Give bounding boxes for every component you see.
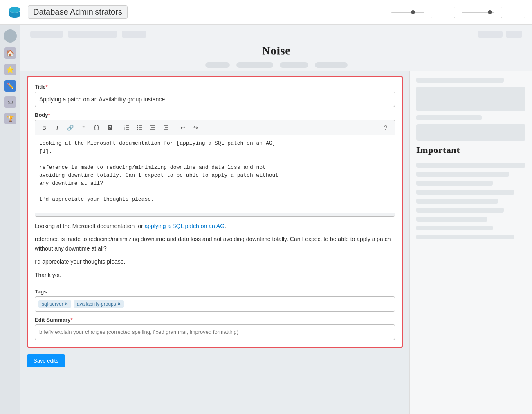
question-edit-form: Title* Body* B I 🔗	[27, 76, 403, 348]
sidebar-icon-home[interactable]: 🏠	[4, 47, 16, 59]
nav-blur-2	[68, 31, 117, 38]
rs-blur-8	[416, 190, 514, 195]
body-editor: B I 🔗 " {} 🖼 123	[35, 120, 395, 217]
body-label: Body*	[35, 112, 395, 118]
editor-toolbar: B I 🔗 " {} 🖼 123	[35, 120, 395, 135]
resize-dots: · · · · ·	[206, 213, 224, 217]
toolbar-help[interactable]: ?	[380, 122, 391, 133]
title-required-marker: *	[46, 84, 48, 90]
rs-blur-3	[416, 115, 482, 120]
sidebar-icon-edit[interactable]: ✏️	[4, 80, 16, 92]
site-title: Database Administrators	[28, 5, 128, 19]
rs-blur-11	[416, 217, 487, 222]
sidebar-icon-tag[interactable]: 🏷	[4, 96, 16, 108]
edit-summary-required-marker: *	[70, 317, 72, 323]
title-label: Title*	[35, 84, 395, 90]
toolbar-divider-1	[118, 123, 118, 132]
title-field-group: Title*	[35, 84, 395, 107]
preview-paragraph-3: I'd appreciate your thoughts please.	[35, 257, 395, 266]
toolbar-bold[interactable]: B	[38, 122, 50, 133]
nav-blur-right-2	[506, 31, 522, 38]
toolbar-divider-2	[174, 123, 174, 132]
toolbar-indent-right[interactable]	[160, 122, 171, 133]
tag-remove-sql-server[interactable]: ×	[65, 302, 68, 307]
sidebar-icon-trophy[interactable]: 🏆	[4, 113, 16, 124]
top-area: Noise	[20, 25, 532, 71]
top-meta	[205, 62, 348, 68]
slider-area	[391, 7, 525, 18]
rs-blur-6	[416, 172, 509, 177]
left-sidebar: 🏠 ⭐ ✏️ 🏷 🏆	[0, 25, 20, 414]
toolbar-ul[interactable]	[134, 122, 145, 133]
nav-blur-1	[30, 31, 63, 38]
toolbar-redo[interactable]: ↪	[190, 122, 201, 133]
tag-text-sql-server: sql-server	[42, 301, 63, 307]
toolbar-link[interactable]: 🔗	[65, 122, 76, 133]
rs-blur-9	[416, 199, 498, 204]
preview-paragraph-2: reference is made to reducing/minimizing…	[35, 235, 395, 253]
svg-text:3: 3	[124, 128, 125, 130]
svg-point-13	[137, 129, 138, 130]
tag-availability-groups: availability-groups ×	[74, 300, 124, 308]
right-sidebar-important-title: Important	[416, 145, 525, 155]
toolbar-italic[interactable]: I	[52, 122, 63, 133]
body-preview: Looking at the Microsoft documentation f…	[35, 222, 395, 284]
rs-blur-13	[416, 235, 514, 239]
meta-blur-4	[315, 62, 348, 68]
tags-field-group: Tags sql-server × availability-groups ×	[35, 289, 395, 312]
meta-blur-1	[205, 62, 230, 68]
header-controls	[391, 7, 525, 18]
rs-blur-2	[416, 87, 525, 111]
page-noise-title: Noise	[262, 44, 290, 57]
slider-track-1[interactable]	[391, 12, 424, 13]
main-layout: 🏠 ⭐ ✏️ 🏷 🏆 Noise	[0, 25, 532, 414]
slider-thumb-2[interactable]	[488, 10, 492, 14]
header: Database Administrators	[0, 0, 532, 25]
editor-resize-handle[interactable]: · · · · ·	[35, 213, 395, 216]
editor-textarea[interactable]: Looking at the Microsoft documentation f…	[35, 135, 395, 213]
right-sidebar-content: Important	[416, 78, 525, 239]
site-logo	[7, 4, 23, 20]
submit-area: Save edits	[27, 354, 403, 367]
preview-paragraph-4: Thank you	[35, 271, 395, 280]
top-nav	[20, 31, 532, 38]
toolbar-code[interactable]: {}	[91, 122, 102, 133]
rs-blur-1	[416, 78, 504, 83]
user-avatar	[4, 29, 17, 43]
rs-blur-5	[416, 163, 525, 168]
tags-container[interactable]: sql-server × availability-groups ×	[35, 296, 395, 312]
main-column: Title* Body* B I 🔗	[20, 71, 409, 414]
meta-blur-2	[236, 62, 273, 68]
tag-sql-server: sql-server ×	[38, 300, 71, 308]
tag-remove-availability-groups[interactable]: ×	[118, 302, 121, 307]
preview-paragraph-1: Looking at the Microsoft documentation f…	[35, 222, 395, 230]
slider-input-2[interactable]	[501, 7, 525, 18]
toolbar-image[interactable]: 🖼	[104, 122, 115, 133]
save-edits-button[interactable]: Save edits	[27, 354, 65, 367]
slider-track-2[interactable]	[462, 12, 494, 13]
nav-blur-right-1	[478, 31, 503, 38]
svg-point-11	[137, 125, 138, 126]
svg-point-12	[137, 127, 138, 128]
content-area: Noise Title*	[20, 25, 532, 414]
body-field-group: Body* B I 🔗 " {} 🖼	[35, 112, 395, 217]
body-required-marker: *	[48, 112, 50, 118]
edit-summary-input[interactable]	[35, 324, 395, 340]
toolbar-blockquote[interactable]: "	[78, 122, 89, 133]
preview-link[interactable]: applying a SQL patch on an AG	[144, 223, 224, 229]
toolbar-ol[interactable]: 123	[121, 122, 132, 133]
toolbar-indent-left[interactable]	[147, 122, 158, 133]
nav-blur-3	[122, 31, 146, 38]
below-top: Title* Body* B I 🔗	[20, 71, 532, 414]
edit-summary-field-group: Edit Summary*	[35, 317, 395, 340]
edit-summary-label: Edit Summary*	[35, 317, 395, 323]
slider-thumb-1[interactable]	[411, 10, 415, 14]
rs-blur-12	[416, 226, 493, 230]
title-input[interactable]	[35, 92, 395, 107]
toolbar-undo[interactable]: ↩	[177, 122, 188, 133]
sidebar-icon-star[interactable]: ⭐	[4, 64, 16, 75]
slider-input-1[interactable]	[431, 7, 455, 18]
meta-blur-3	[280, 62, 308, 68]
svg-point-1	[9, 7, 20, 13]
rs-blur-10	[416, 208, 504, 213]
